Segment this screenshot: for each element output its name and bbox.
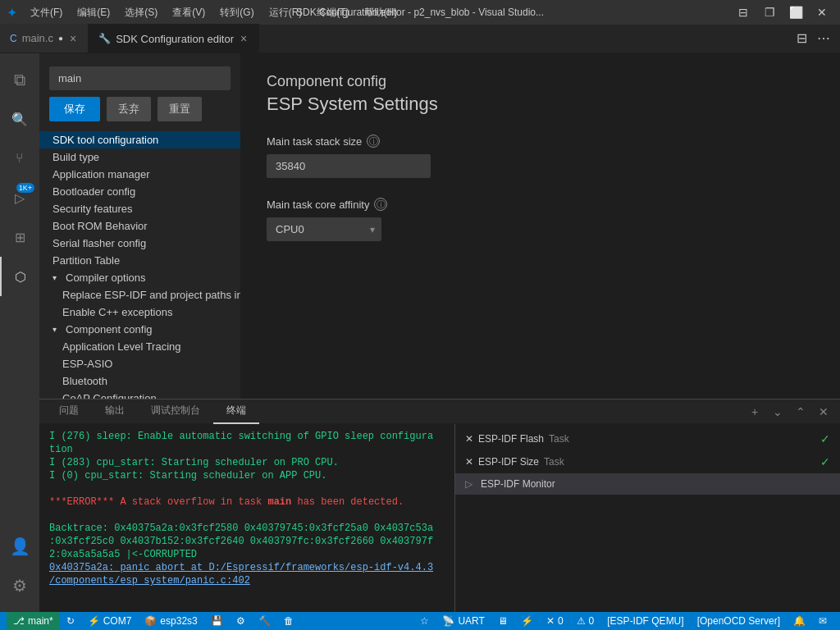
- menu-view[interactable]: 查看(V): [166, 4, 212, 21]
- split-editor-button[interactable]: ⊟: [793, 27, 810, 49]
- activity-settings[interactable]: ⚙: [0, 566, 39, 605]
- tree-item-replace-esp-idf[interactable]: Replace ESP-IDF and project paths in bin…: [39, 286, 240, 304]
- status-build[interactable]: 🔨: [252, 612, 277, 630]
- terminal-task-list: ✕ ESP-IDF Flash Task ✓ ✕ ESP-IDF Size Ta…: [454, 424, 840, 612]
- tabbar-end-actions: ⊟ ⋯: [793, 24, 840, 52]
- activity-debug[interactable]: ▷ 1K+: [0, 178, 39, 217]
- tab-sdk-config[interactable]: 🔧 SDK Configuration editor ×: [89, 24, 259, 52]
- scm-icon: ⑂: [16, 151, 24, 166]
- status-monitor-icon[interactable]: 🖥: [491, 612, 514, 630]
- status-port[interactable]: ⚡ COM7: [81, 612, 139, 630]
- activity-account[interactable]: 👤: [0, 527, 39, 566]
- panel-tabs: 问题 输出 调试控制台 终端 + ⌄ ⌃ ✕: [39, 399, 840, 424]
- term-line-link[interactable]: 0x40375a2a: panic_abort at D:/Espressif/…: [49, 562, 445, 573]
- close-button[interactable]: ✕: [810, 1, 833, 24]
- tree-item-partition-table[interactable]: Partition Table: [39, 252, 240, 269]
- activity-explorer[interactable]: ⧉: [0, 60, 39, 99]
- tree-item-boot-rom[interactable]: Boot ROM Behavior: [39, 217, 240, 235]
- close-panel-button[interactable]: ✕: [814, 402, 833, 422]
- term-line: 2:0xa5a5a5a5 |<-CORRUPTED: [49, 549, 445, 560]
- core-affinity-info[interactable]: ⓘ: [374, 198, 387, 211]
- status-qemu[interactable]: [ESP-IDF QEMU]: [600, 612, 690, 630]
- term-line: I (283) cpu_start: Starting scheduler on…: [49, 457, 445, 468]
- panel-tab-problems[interactable]: 问题: [46, 399, 92, 424]
- status-branch[interactable]: ⎇ main*: [7, 612, 60, 630]
- core-affinity-select[interactable]: CPU0 CPU1 No Affinity: [267, 217, 381, 241]
- menu-select[interactable]: 选择(S): [118, 4, 164, 21]
- maximize-panel-button[interactable]: ⌃: [791, 402, 810, 422]
- task-item-monitor[interactable]: ▷ ESP-IDF Monitor: [455, 473, 840, 495]
- tree-item-label: Serial flasher config: [52, 237, 146, 249]
- status-openocd[interactable]: [OpenOCD Server]: [691, 612, 787, 630]
- minimize-button[interactable]: ⊟: [732, 1, 755, 24]
- tab-sdk-config-close[interactable]: ×: [239, 31, 249, 46]
- activity-bar: ⧉ 🔍 ⑂ ▷ 1K+ ⊞ ⬡ 👤 ⚙: [0, 53, 39, 612]
- status-idf-settings[interactable]: ⚙: [230, 612, 252, 630]
- tree-item-app-manager[interactable]: Application manager: [39, 166, 240, 183]
- tree-item-serial-flasher[interactable]: Serial flasher config: [39, 235, 240, 252]
- status-chip[interactable]: 📦 esp32s3: [138, 612, 203, 630]
- reset-button[interactable]: 重置: [158, 97, 202, 121]
- status-flash-size[interactable]: 💾: [204, 612, 230, 630]
- discard-button[interactable]: 丢弃: [107, 97, 151, 121]
- tab-main-c[interactable]: C main.c ● ×: [0, 24, 89, 52]
- status-star[interactable]: ☆: [413, 612, 436, 630]
- add-terminal-button[interactable]: +: [745, 402, 765, 422]
- term-line-link[interactable]: /components/esp_system/panic.c:402: [49, 575, 445, 587]
- tree-item-bluetooth[interactable]: Bluetooth: [39, 372, 240, 390]
- chip-label: esp32s3: [160, 615, 197, 627]
- status-feedback[interactable]: 🔔: [787, 612, 812, 630]
- status-clean[interactable]: 🗑: [277, 612, 300, 630]
- stack-size-info[interactable]: ⓘ: [367, 135, 380, 148]
- more-actions-button[interactable]: ⋯: [814, 27, 833, 49]
- activity-bar-bottom: 👤 ⚙: [0, 527, 39, 612]
- task-item-monitor-left: ▷ ESP-IDF Monitor: [465, 478, 555, 490]
- tree-item-app-level-tracing[interactable]: Application Level Tracing: [39, 338, 240, 355]
- panel-tab-debug[interactable]: 调试控制台: [138, 399, 213, 424]
- task-item-flash[interactable]: ✕ ESP-IDF Flash Task ✓: [455, 427, 840, 450]
- activity-scm[interactable]: ⑂: [0, 139, 39, 178]
- port-icon: ⚡: [88, 615, 100, 627]
- sdk-config-icon: 🔧: [98, 33, 111, 44]
- tree-item-component-config[interactable]: ▾ Component config: [39, 321, 240, 338]
- status-warnings[interactable]: ⚠ 0: [570, 612, 601, 630]
- idf-settings-icon: ⚙: [236, 615, 245, 627]
- component-config-label: Component config: [267, 73, 814, 90]
- tree-item-sdk-tool[interactable]: SDK tool configuration: [39, 131, 240, 148]
- flash-size-icon: 💾: [211, 615, 223, 627]
- tree-item-coap-config[interactable]: CoAP Configuration: [39, 390, 240, 399]
- stack-size-input[interactable]: [267, 154, 431, 178]
- tab-main-c-close[interactable]: ×: [68, 31, 78, 46]
- tree-item-esp-asio[interactable]: ESP-ASIO: [39, 355, 240, 372]
- tree-item-bootloader[interactable]: Bootloader config: [39, 183, 240, 200]
- statusbar-right: ☆ 📡 UART 🖥 ⚡ ✕ 0 ⚠ 0 [ESP-IDF QEMU] [Ope…: [413, 612, 833, 630]
- tree-item-build-type[interactable]: Build type: [39, 148, 240, 166]
- activity-search[interactable]: 🔍: [0, 99, 39, 139]
- search-input[interactable]: [49, 66, 231, 90]
- tree-item-compiler-options[interactable]: ▾ Compiler options: [39, 269, 240, 286]
- restore-button[interactable]: ❐: [758, 1, 781, 24]
- activity-extensions[interactable]: ⊞: [0, 217, 39, 257]
- status-notifications[interactable]: ✉: [812, 612, 833, 630]
- tab-dirty-indicator: ●: [58, 34, 63, 43]
- status-flash-icon[interactable]: ⚡: [514, 612, 540, 630]
- monitor-icon: 🖥: [498, 615, 508, 627]
- panel-tab-output[interactable]: 输出: [92, 399, 138, 424]
- tree-item-enable-cpp[interactable]: Enable C++ exceptions: [39, 304, 240, 321]
- status-uart[interactable]: 📡 UART: [436, 612, 491, 630]
- menu-goto[interactable]: 转到(G): [213, 4, 260, 21]
- maximize-button[interactable]: ⬜: [784, 1, 807, 24]
- tree-item-security[interactable]: Security features: [39, 200, 240, 217]
- status-sync[interactable]: ↻: [60, 612, 81, 630]
- left-sidebar: 保存 丢弃 重置 SDK tool configuration Build ty…: [39, 53, 240, 399]
- activity-esp-idf[interactable]: ⬡: [0, 257, 39, 296]
- esp-settings-title: ESP System Settings: [267, 94, 814, 115]
- menu-file[interactable]: 文件(F): [24, 4, 69, 21]
- split-terminal-button[interactable]: ⌄: [768, 402, 788, 422]
- panel-tab-terminal[interactable]: 终端: [213, 399, 259, 424]
- menu-edit[interactable]: 编辑(E): [71, 4, 116, 21]
- save-button[interactable]: 保存: [49, 97, 100, 121]
- status-errors[interactable]: ✕ 0: [540, 612, 570, 630]
- terminal-output[interactable]: I (276) sleep: Enable automatic switchin…: [39, 424, 454, 612]
- task-item-size[interactable]: ✕ ESP-IDF Size Task ✓: [455, 450, 840, 473]
